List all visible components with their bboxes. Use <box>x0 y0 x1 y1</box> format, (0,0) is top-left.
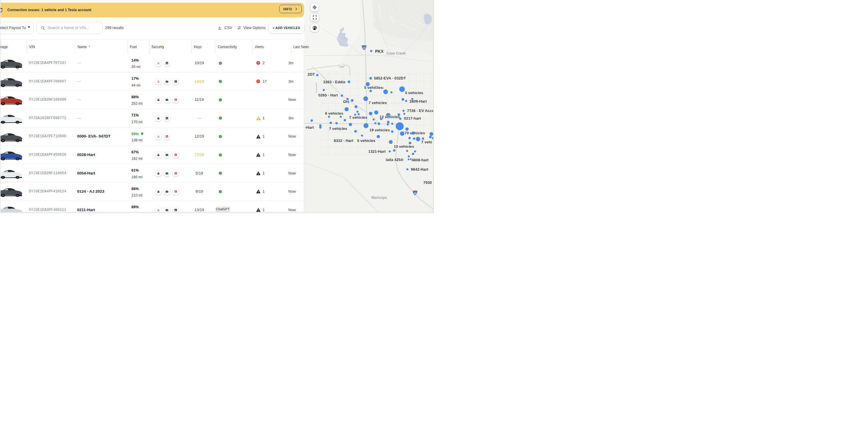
svg-text:5 vehicles: 5 vehicles <box>405 91 423 95</box>
svg-text:laila 4254-: laila 4254- <box>386 157 404 162</box>
svg-text:2809-Hart: 2809-Hart <box>409 99 427 103</box>
svg-text:7 vehicles: 7 vehicles <box>369 100 387 105</box>
svg-text:303: 303 <box>340 65 344 68</box>
svg-text:0217-hart: 0217-hart <box>404 116 421 121</box>
svg-text:4808-hart: 4808-hart <box>412 158 429 162</box>
svg-text:70 vehicles: 70 vehicles <box>405 131 425 135</box>
svg-text:2DT: 2DT <box>308 72 315 77</box>
svg-text:PKX: PKX <box>375 49 383 54</box>
svg-text:Cave Creek: Cave Creek <box>386 51 406 55</box>
svg-text:7 vehicles: 7 vehicles <box>329 126 347 131</box>
svg-text:8332 - Hart: 8332 - Hart <box>334 139 353 143</box>
svg-text:5 vehicles: 5 vehicles <box>364 85 382 90</box>
svg-text:7726 - EV Acce: 7726 - EV Acce <box>407 109 434 113</box>
svg-text:10 vehicles: 10 vehicles <box>394 144 414 149</box>
svg-text:6 vehicles: 6 vehicles <box>325 111 343 116</box>
svg-text:Ols: Ols <box>343 99 349 104</box>
svg-text:3363 - Eddie: 3363 - Eddie <box>323 80 345 84</box>
svg-text:7 vehicles: 7 vehicles <box>349 115 367 120</box>
svg-text:19 vehicles: 19 vehicles <box>370 128 390 132</box>
svg-text:17: 17 <box>363 47 365 49</box>
svg-text:9642-Hart: 9642-Hart <box>411 167 428 172</box>
svg-text:12 vehicles: 12 vehicles <box>379 115 400 119</box>
svg-text:7 vehi: 7 vehi <box>422 140 432 144</box>
svg-text:7930: 7930 <box>424 180 432 185</box>
svg-text:10: 10 <box>414 192 416 195</box>
svg-text:Maricopa: Maricopa <box>372 195 387 200</box>
svg-text:-Hart: -Hart <box>305 125 314 130</box>
svg-text:0265 - Hart: 0265 - Hart <box>318 93 338 97</box>
svg-text:5 vehicles: 5 vehicles <box>357 139 375 143</box>
svg-text:1321-Hart: 1321-Hart <box>368 149 386 154</box>
svg-text:5852-EVA - 032DT: 5852-EVA - 032DT <box>374 76 406 80</box>
